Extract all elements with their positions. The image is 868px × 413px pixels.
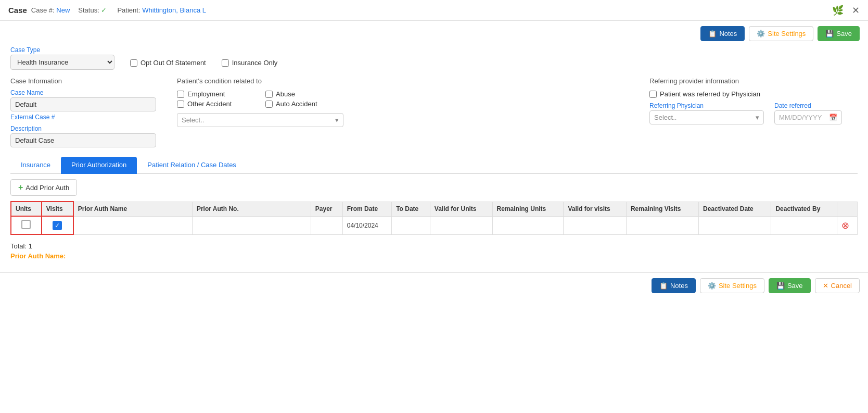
case-name-group: Case Name [10, 89, 156, 111]
insurance-only-label: Insurance Only [232, 59, 277, 67]
bottom-actions-bar: 📋 Notes ⚙️ Site Settings 💾 Save ✕ Cancel [0, 272, 868, 298]
bottom-save-button[interactable]: 💾 Save [769, 278, 811, 293]
auto-accident-checkbox[interactable] [265, 101, 273, 108]
tab-prior-auth[interactable]: Prior Authorization [61, 157, 137, 174]
date-referred-placeholder: MM/DD/YYYY [779, 114, 822, 121]
condition-select[interactable]: Select.. ▾ [177, 113, 343, 127]
insurance-only-group: Insurance Only [222, 59, 277, 67]
abuse-checkbox[interactable] [265, 91, 273, 98]
delete-cell[interactable]: ⊗ [837, 216, 857, 234]
bottom-notes-label: Notes [670, 282, 688, 290]
col-prior-auth-no: Prior Auth No. [192, 202, 311, 216]
units-checkbox-cell[interactable] [11, 216, 42, 234]
date-referred-group: Date referred MM/DD/YYYY 📅 [774, 102, 842, 124]
referring-physician-placeholder: Select.. [654, 114, 676, 121]
date-referred-label: Date referred [774, 102, 842, 109]
other-accident-label: Other Accident [187, 100, 232, 108]
case-type-group: Case Type Health Insurance [10, 46, 114, 70]
valid-units-cell [430, 216, 492, 234]
deactivated-by-cell [771, 216, 837, 234]
page-title: Case [8, 6, 27, 15]
auto-accident-label: Auto Accident [276, 100, 317, 108]
case-type-select[interactable]: Health Insurance [10, 55, 114, 70]
description-input[interactable] [10, 133, 156, 147]
col-deactivated-date: Deactivated Date [699, 202, 771, 216]
top-site-settings-button[interactable]: ⚙️ Site Settings [749, 26, 813, 41]
prior-auth-table: Units Visits Prior Auth Name Prior Auth … [10, 201, 858, 235]
gear-icon: ⚙️ [757, 30, 765, 37]
visits-checkbox-cell[interactable]: ✓ [42, 216, 73, 234]
referring-physician-label: Referring Physician [649, 102, 764, 109]
col-from-date: From Date [342, 202, 391, 216]
insurance-only-checkbox[interactable] [222, 59, 229, 67]
opt-out-checkbox[interactable] [130, 59, 137, 67]
add-prior-auth-label: Add Prior Auth [25, 184, 69, 192]
top-site-settings-label: Site Settings [768, 30, 806, 37]
other-accident-checkbox[interactable] [177, 101, 184, 108]
prior-auth-no-cell[interactable] [192, 216, 311, 234]
case-info-label: Case Information [10, 77, 156, 85]
add-prior-auth-button[interactable]: + Add Prior Auth [10, 179, 77, 196]
delete-row-button[interactable]: ⊗ [841, 220, 849, 231]
employment-label: Employment [187, 90, 225, 98]
payer-cell[interactable] [311, 216, 342, 234]
cancel-icon: ✕ [823, 282, 828, 290]
bottom-gear-icon: ⚙️ [708, 282, 716, 290]
prior-auth-name-input[interactable] [78, 221, 188, 229]
patient-name-link[interactable]: Whittington, Bianca L [142, 6, 206, 14]
col-prior-auth-name: Prior Auth Name [73, 202, 193, 216]
opt-out-group: Opt Out Of Statement [130, 59, 206, 67]
bottom-site-settings-label: Site Settings [719, 282, 757, 290]
prior-auth-no-input[interactable] [197, 221, 307, 229]
visits-checkbox[interactable]: ✓ [53, 221, 62, 230]
top-save-button[interactable]: 💾 Save [818, 26, 860, 41]
referred-by-checkbox[interactable] [649, 91, 657, 98]
bottom-cancel-label: Cancel [831, 282, 852, 290]
external-case-label[interactable]: External Case # [10, 114, 156, 121]
status-label: Status: [78, 6, 99, 14]
bottom-save-icon: 💾 [776, 282, 785, 290]
tab-patient-relation[interactable]: Patient Relation / Case Dates [137, 157, 247, 174]
notes-icon: 📋 [708, 30, 717, 37]
patient-label: Patient: [117, 6, 140, 14]
case-name-input[interactable] [10, 97, 156, 111]
close-icon[interactable]: ✕ [852, 5, 860, 16]
leaf-icon: 🌿 [832, 5, 844, 16]
bottom-site-settings-button[interactable]: ⚙️ Site Settings [700, 278, 764, 293]
col-to-date: To Date [392, 202, 430, 216]
prior-auth-name-cell[interactable] [73, 216, 193, 234]
top-notes-label: Notes [719, 30, 737, 37]
plus-icon: + [18, 183, 23, 192]
referring-title: Referring provider information [649, 77, 858, 85]
condition-title: Patient's condition related to [177, 77, 343, 85]
case-number: New [56, 6, 70, 14]
remaining-units-cell [492, 216, 564, 234]
referred-by-label: Patient was referred by Physician [660, 90, 760, 98]
bottom-notes-button[interactable]: 📋 Notes [652, 278, 696, 293]
employment-checkbox[interactable] [177, 91, 184, 98]
referring-physician-group: Referring Physician Select.. ▾ [649, 102, 764, 124]
description-group: Description [10, 125, 156, 147]
units-checkbox[interactable] [21, 220, 31, 229]
main-content: Case Type Health Insurance Opt Out Of St… [0, 44, 868, 262]
col-units: Units [11, 202, 42, 216]
table-row: ✓ 04/10/2024 ⊗ [11, 216, 858, 234]
col-visits: Visits [42, 202, 73, 216]
col-valid-units: Valid for Units [430, 202, 492, 216]
tab-insurance[interactable]: Insurance [10, 157, 61, 174]
top-notes-button[interactable]: 📋 Notes [700, 26, 745, 41]
bottom-cancel-button[interactable]: ✕ Cancel [815, 278, 860, 293]
abuse-group: Abuse [265, 90, 343, 98]
remaining-visits-cell [626, 216, 698, 234]
header-bar: Case Case #: New Status: ✓ Patient: Whit… [0, 0, 868, 21]
footer-section: Total: 1 Prior Auth Name: [10, 235, 858, 262]
col-remaining-units: Remaining Units [492, 202, 564, 216]
date-referred-input[interactable]: MM/DD/YYYY 📅 [774, 110, 842, 124]
col-valid-visits: Valid for visits [564, 202, 627, 216]
condition-chevron-icon: ▾ [335, 116, 339, 124]
deactivated-date-cell [699, 216, 771, 234]
case-info-section: Case Information Case Name External Case… [10, 74, 156, 147]
referring-physician-select[interactable]: Select.. ▾ [649, 110, 764, 124]
description-label: Description [10, 125, 156, 132]
status-meta: Status: ✓ [78, 6, 109, 14]
